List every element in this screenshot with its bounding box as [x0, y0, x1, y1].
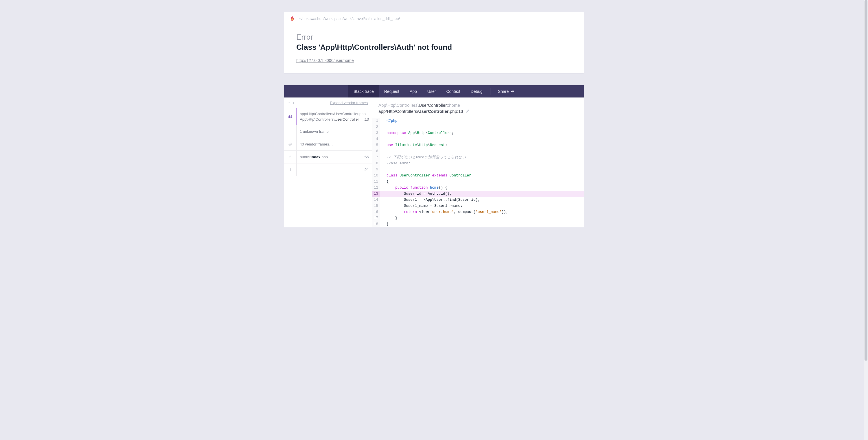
code-line: 17 }	[372, 215, 584, 221]
line-number: 9	[372, 167, 380, 173]
code-content	[380, 124, 386, 130]
breadcrumb: ~/ookawashun/workspace/work/laravel/calc…	[299, 17, 400, 21]
arrow-down-icon[interactable]: ↓	[292, 100, 294, 105]
stack-frame[interactable]: 1 unknown frame	[284, 125, 372, 138]
code-line: 13 $user_id = Auth::id();	[372, 191, 584, 197]
frame-body: 40 vendor frames…	[297, 138, 372, 150]
frame-line-number: :55	[364, 151, 372, 163]
line-number: 17	[372, 215, 380, 221]
stack-frames-panel: ↑ ↓ Expand vendor frames 44app/Http/Cont…	[284, 97, 372, 227]
error-card: ~/ookawashun/workspace/work/laravel/calc…	[284, 12, 584, 73]
scrollbar-thumb[interactable]	[865, 0, 867, 227]
code-content: namespace App\Http\Controllers;	[380, 130, 454, 136]
line-number: 4	[372, 136, 380, 142]
code-content	[380, 148, 386, 155]
file-line: app/Http/Controllers/UserController.php:…	[378, 109, 578, 114]
code-line: 8//use Auth;	[372, 161, 584, 167]
line-number: 7	[372, 155, 380, 161]
arrow-up-icon[interactable]: ↑	[288, 100, 290, 105]
code-line: 6	[372, 148, 584, 155]
tab-stack-trace[interactable]: Stack trace	[348, 85, 379, 97]
code-content	[380, 167, 386, 173]
code-content: }	[380, 215, 398, 221]
line-number: 5	[372, 142, 380, 148]
line-number: 8	[372, 161, 380, 167]
line-number: 18	[372, 221, 380, 227]
code-content: //use Auth;	[380, 161, 410, 167]
code-content: <?php	[380, 118, 398, 124]
code-line: 14 $user1 = \App\User::find($user_id);	[372, 197, 584, 203]
tab-context[interactable]: Context	[441, 85, 465, 97]
code-content: $user1_name = $user1->name;	[380, 203, 463, 209]
code-line: 15 $user1_name = $user1->name;	[372, 203, 584, 209]
line-number: 2	[372, 124, 380, 130]
code-content: public function home() {	[380, 185, 447, 191]
code-content: class UserController extends Controller	[380, 173, 471, 179]
code-content: {	[380, 179, 389, 185]
code-line: 18}	[372, 221, 584, 227]
code-line: 1<?php	[372, 118, 584, 124]
code-line: 12 public function home() {	[372, 185, 584, 191]
ignition-logo-icon	[290, 15, 294, 22]
stack-toolbar: ↑ ↓ Expand vendor frames	[284, 97, 372, 108]
source-panel: App\Http\Controllers\UserController::hom…	[372, 97, 584, 227]
frame-number: 1	[284, 163, 296, 176]
code-block: 1<?php23namespace App\Http\Controllers;4…	[372, 118, 584, 227]
line-number: 12	[372, 185, 380, 191]
stack-frame[interactable]: 40 vendor frames…	[284, 138, 372, 150]
code-line: 5use Illuminate\Http\Request;	[372, 142, 584, 148]
code-line: 7// 下記がないとAuthの情報拾ってこられない	[372, 155, 584, 161]
tab-user[interactable]: User	[422, 85, 441, 97]
tab-debug[interactable]: Debug	[466, 85, 488, 97]
error-url[interactable]: http://127.0.0.1:8000/user/home	[296, 58, 353, 63]
code-content	[380, 136, 386, 142]
code-line: 4	[372, 136, 584, 142]
line-number: 15	[372, 203, 380, 209]
code-content: $user_id = Auth::id();	[380, 191, 452, 197]
frame-number: 44	[284, 108, 296, 125]
stack-frame[interactable]: 2public/index.php:55	[284, 150, 372, 163]
scrollbar[interactable]	[864, 0, 868, 227]
line-number: 3	[372, 130, 380, 136]
frame-file: public/index.php	[297, 151, 364, 163]
share-arrow-icon	[510, 90, 515, 93]
error-label: Error	[296, 33, 572, 42]
frame-file: app/Http/Controllers/UserController.php	[297, 108, 372, 117]
line-number: 11	[372, 179, 380, 185]
code-line: 9	[372, 167, 584, 173]
stack-frame[interactable]: 1:21	[284, 163, 372, 176]
code-content: $user1 = \App\User::find($user_id);	[380, 197, 480, 203]
share-button[interactable]: Share	[493, 85, 520, 97]
expand-vendor-link[interactable]: Expand vendor frames	[330, 101, 368, 105]
stack-frame[interactable]: 44app/Http/Controllers/UserController.ph…	[284, 108, 372, 125]
code-content: use Illuminate\Http\Request;	[380, 142, 447, 148]
code-line: 2	[372, 124, 584, 130]
line-number: 14	[372, 197, 380, 203]
expand-icon	[284, 138, 296, 150]
code-content: return view('user.home', compact('user1_…	[380, 209, 508, 215]
code-line: 3namespace App\Http\Controllers;	[372, 130, 584, 136]
frame-number	[284, 125, 296, 138]
line-number: 16	[372, 209, 380, 215]
line-number: 6	[372, 148, 380, 155]
code-content: }	[380, 221, 389, 227]
tab-app[interactable]: App	[404, 85, 422, 97]
code-content: // 下記がないとAuthの情報拾ってこられない	[380, 155, 466, 161]
frame-body	[297, 163, 364, 176]
frame-class: App\Http\Controllers\UserController:13	[297, 117, 372, 125]
pencil-icon[interactable]	[466, 109, 470, 114]
line-number: 13	[372, 191, 380, 197]
tab-request[interactable]: Request	[379, 85, 404, 97]
code-line: 11{	[372, 179, 584, 185]
frame-line-number: :21	[364, 163, 372, 176]
error-card-header: ~/ookawashun/workspace/work/laravel/calc…	[284, 12, 584, 25]
error-title: Class 'App\Http\Controllers\Auth' not fo…	[296, 43, 572, 52]
frame-number: 2	[284, 151, 296, 163]
line-number: 10	[372, 173, 380, 179]
line-number: 1	[372, 118, 380, 124]
stack-layout: ↑ ↓ Expand vendor frames 44app/Http/Cont…	[284, 97, 584, 227]
code-line: 16 return view('user.home', compact('use…	[372, 209, 584, 215]
class-line: App\Http\Controllers\UserController::hom…	[378, 103, 578, 107]
frame-body: 1 unknown frame	[297, 125, 372, 138]
tabs-bar: Stack traceRequestAppUserContextDebugSha…	[284, 85, 584, 97]
